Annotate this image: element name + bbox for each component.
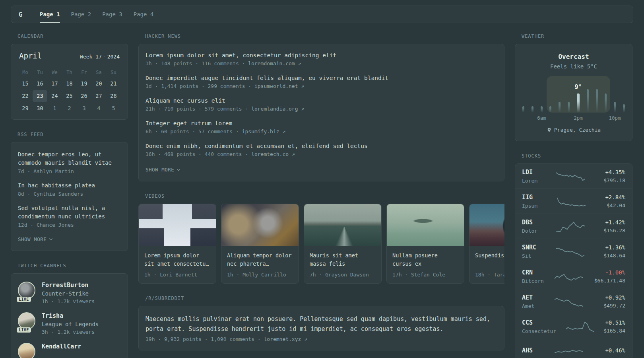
video-thumbnail[interactable] bbox=[469, 204, 504, 246]
app-logo[interactable]: G bbox=[11, 6, 30, 23]
hackernews-item-title[interactable]: Donec imperdiet augue tincidunt felis al… bbox=[145, 75, 497, 81]
subreddit-card: Maecenas mollis pulvinar erat non posuer… bbox=[138, 306, 504, 350]
stock-sparkline-chart bbox=[555, 269, 583, 284]
twitch-channel-name[interactable]: ForrestBurton bbox=[42, 282, 95, 289]
page-tab[interactable]: Page 2 bbox=[66, 6, 96, 23]
hackernews-item-domain-link[interactable]: loremtech.co ↗ bbox=[251, 151, 295, 157]
weather-bar bbox=[541, 106, 543, 113]
video-title[interactable]: Aliquam tempor dolor nec pharetra… bbox=[227, 251, 293, 268]
video-title[interactable]: Suspendisse diam bbox=[475, 251, 504, 268]
page-tab[interactable]: Page 3 bbox=[97, 6, 127, 23]
stock-ticker[interactable]: CRN bbox=[522, 269, 555, 276]
stock-sparkline-chart bbox=[566, 319, 594, 334]
stock-name: Ipsum bbox=[522, 203, 557, 209]
video-thumbnail[interactable] bbox=[304, 204, 381, 246]
twitch-channel-item: LIVE ForrestBurton Counter-Strike 1h · 1… bbox=[18, 282, 121, 304]
hackernews-item-title[interactable]: Donec enim nibh, condimentum et accumsan… bbox=[145, 143, 497, 149]
subreddit-post-meta: 19h · 9,932 points · 1,090 comments · lo… bbox=[145, 336, 497, 342]
chevron-down-icon bbox=[49, 237, 52, 240]
hackernews-item: Donec enim nibh, condimentum et accumsan… bbox=[145, 143, 497, 157]
weather-section-label: WEATHER bbox=[522, 33, 632, 39]
video-thumbnail[interactable] bbox=[139, 204, 216, 246]
twitch-channel-item: LIVE Trisha League of Legends 3h · 1.2k … bbox=[18, 312, 121, 335]
weather-time-labels: 6am2pm10pm bbox=[522, 115, 625, 122]
page-tab[interactable]: Page 1 bbox=[35, 6, 65, 23]
stock-row[interactable]: CRN Bitcorn -1.00% $66,171.48 bbox=[515, 264, 632, 289]
stock-values: +1.36% $148.64 bbox=[584, 244, 625, 259]
stock-price: $165.84 bbox=[594, 328, 625, 334]
twitch-channel-name[interactable]: Trisha bbox=[42, 312, 99, 319]
videos-section-label: VIDEOS bbox=[145, 193, 504, 199]
calendar-day-cell: 16 bbox=[33, 78, 47, 90]
stock-ticker[interactable]: LDI bbox=[522, 169, 556, 176]
rss-item-title[interactable]: In hac habitasse platea bbox=[18, 181, 121, 190]
video-thumbnail[interactable] bbox=[221, 204, 299, 246]
stock-row[interactable]: DBS Dolor +1.42% $156.28 bbox=[515, 214, 632, 239]
stock-name: Bitcorn bbox=[522, 278, 555, 284]
weather-condition: Overcast bbox=[522, 53, 625, 60]
hackernews-item-domain-link[interactable]: ipsumify.biz ↗ bbox=[242, 128, 286, 134]
stock-ticker[interactable]: CCS bbox=[522, 319, 566, 326]
calendar-weekday-label: Sa bbox=[91, 67, 106, 78]
stock-ticker[interactable]: IIG bbox=[522, 194, 557, 201]
stock-ticker[interactable]: AET bbox=[522, 294, 555, 301]
stock-row[interactable]: SNRC Sit +1.36% $148.64 bbox=[515, 239, 632, 264]
subreddit-post-domain-link[interactable]: loremnet.xyz ↗ bbox=[264, 336, 307, 342]
videos-widget: VIDEOS Lorem ipsum dolor sit amet consec… bbox=[138, 193, 504, 284]
hackernews-item-title[interactable]: Aliquam nec cursus elit bbox=[145, 97, 497, 104]
stock-row[interactable]: LDI Lorem +4.35% $795.18 bbox=[515, 164, 632, 189]
hackernews-card: Lorem ipsum dolor sit amet, consectetur … bbox=[138, 44, 504, 181]
page-tab[interactable]: Page 4 bbox=[129, 6, 159, 23]
calendar-month: April bbox=[19, 51, 42, 60]
calendar-day-selected: 23 bbox=[33, 90, 47, 102]
weather-time-label: 10pm bbox=[609, 115, 621, 121]
calendar-day-cell: 15 bbox=[18, 78, 33, 90]
hackernews-item-title[interactable]: Lorem ipsum dolor sit amet, consectetur … bbox=[145, 52, 497, 58]
hackernews-item-domain-link[interactable]: loremlandia.org ↗ bbox=[251, 106, 304, 112]
video-title[interactable]: Mauris sit amet massa felis bbox=[310, 251, 376, 268]
stock-row[interactable]: AHS +0.46% bbox=[515, 339, 632, 358]
twitch-channel-name[interactable]: KendallCarr bbox=[42, 343, 81, 350]
weather-bar bbox=[522, 106, 524, 113]
stock-ticker[interactable]: SNRC bbox=[522, 244, 556, 251]
hackernews-item-title[interactable]: Integer eget rutrum lorem bbox=[145, 120, 497, 126]
stock-change-percent: +1.42% bbox=[585, 219, 625, 226]
weather-bar bbox=[559, 102, 561, 113]
calendar-day-cell: 21 bbox=[106, 78, 121, 90]
rss-item-title[interactable]: Sed volutpat nulla nisl, a condimentum n… bbox=[18, 204, 121, 221]
video-thumbnail[interactable] bbox=[387, 204, 464, 246]
video-title[interactable]: Nullam posuere cursus ex bbox=[392, 251, 458, 268]
stock-ticker[interactable]: DBS bbox=[522, 219, 556, 226]
video-card: Lorem ipsum dolor sit amet consectetu… 1… bbox=[138, 204, 216, 284]
external-link-icon: ↗ bbox=[301, 83, 304, 89]
stock-change-percent: +2.84% bbox=[586, 194, 625, 200]
twitch-avatar-wrap: LIVE bbox=[18, 282, 36, 300]
subreddit-section-label: /R/SUBREDDIT bbox=[145, 296, 504, 301]
weather-bar bbox=[596, 89, 598, 113]
weather-time-label: 2pm bbox=[574, 115, 583, 121]
dashboard-grid: CALENDAR April Week 17·2024 MoTuWeThFrSa… bbox=[11, 33, 633, 358]
stock-row[interactable]: IIG Ipsum +2.84% $42.04 bbox=[515, 189, 632, 214]
calendar-day-cell: 29 bbox=[18, 102, 33, 115]
hackernews-item-domain-link[interactable]: ipsumworld.net ↗ bbox=[254, 83, 304, 89]
stock-ticker[interactable]: AHS bbox=[522, 347, 555, 354]
stock-row[interactable]: CCS Consectetur +0.51% $165.84 bbox=[515, 314, 632, 339]
video-card-body: Suspendisse diam 18h · Tara bbox=[469, 246, 504, 283]
topbar-divider bbox=[30, 6, 30, 23]
video-title[interactable]: Lorem ipsum dolor sit amet consectetu… bbox=[144, 251, 210, 268]
video-card: Mauris sit amet massa felis 7h · Grayson… bbox=[304, 204, 382, 284]
video-meta: 17h · Stefan Cole bbox=[392, 272, 458, 278]
hackernews-show-more-button[interactable]: SHOW MORE bbox=[145, 167, 180, 173]
hackernews-item-domain-link[interactable]: loremdomain.com ↗ bbox=[248, 60, 301, 66]
stock-row[interactable]: AET Amet +0.92% $499.72 bbox=[515, 289, 632, 314]
subreddit-widget: /R/SUBREDDIT Maecenas mollis pulvinar er… bbox=[138, 296, 504, 350]
hackernews-item-meta: 6h · 60 points · 57 comments · ipsumify.… bbox=[145, 128, 497, 134]
video-card: Suspendisse diam 18h · Tara bbox=[469, 204, 504, 284]
rss-item-title[interactable]: Donec tempor eros leo, ut commodo mauris… bbox=[18, 150, 121, 167]
stock-change-percent: +0.46% bbox=[583, 347, 625, 354]
subreddit-post-title[interactable]: Maecenas mollis pulvinar erat non posuer… bbox=[145, 314, 497, 334]
stock-identity: LDI Lorem bbox=[522, 169, 556, 184]
weather-current-temp-label: 9° bbox=[574, 84, 582, 91]
rss-show-more-button[interactable]: SHOW MORE bbox=[18, 236, 52, 242]
dashboard-page: G Page 1Page 2Page 3Page 4 CALENDAR Apri… bbox=[0, 0, 644, 358]
